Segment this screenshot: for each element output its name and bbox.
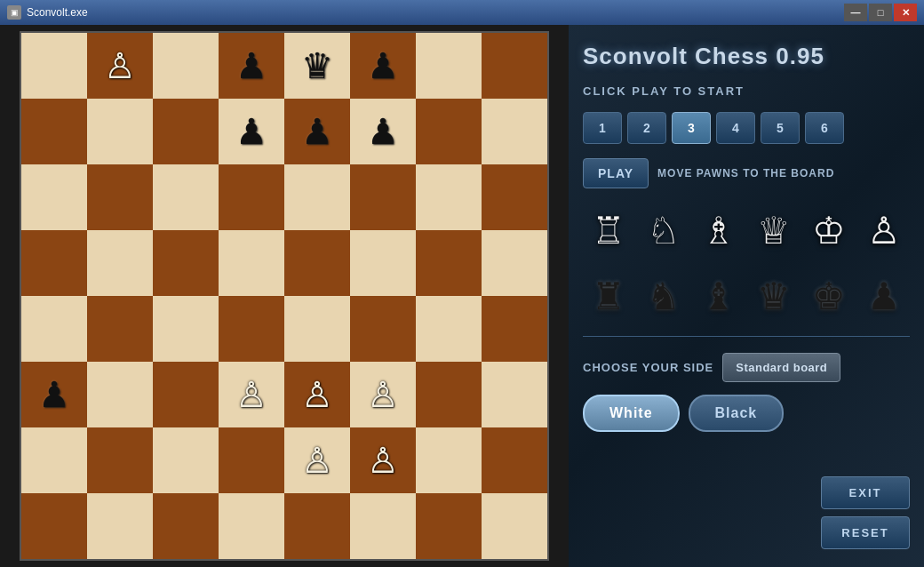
cell-1-2[interactable] (153, 99, 219, 164)
cell-4-3[interactable] (219, 296, 284, 362)
standard-board-button[interactable]: Standard board (722, 353, 840, 382)
titlebar-title: Sconvolt.exe (27, 6, 88, 19)
cell-0-0[interactable] (21, 33, 87, 99)
black-queen-icon[interactable]: ♛ (748, 270, 800, 322)
cell-5-5[interactable]: ♙ (350, 362, 416, 427)
cell-6-1[interactable] (87, 427, 153, 493)
cell-0-7[interactable] (482, 33, 547, 99)
board-container: ♙♟♛♟♟♟♟♟♙♙♙♙♙ (0, 25, 569, 567)
cell-7-3[interactable] (219, 493, 284, 559)
cell-3-0[interactable] (21, 230, 87, 296)
difficulty-btn-5[interactable]: 5 (761, 112, 800, 144)
black-king-icon[interactable]: ♚ (803, 270, 855, 322)
cell-7-4[interactable] (284, 493, 350, 559)
cell-6-5[interactable]: ♙ (350, 427, 416, 493)
move-pawns-label: MOVE PAWNS TO THE BOARD (657, 167, 834, 180)
cell-5-2[interactable] (153, 362, 219, 427)
white-queen-icon[interactable]: ♕ (748, 204, 800, 256)
cell-5-0[interactable]: ♟ (21, 362, 87, 427)
cell-7-7[interactable] (482, 493, 547, 559)
black-bishop-icon[interactable]: ♝ (693, 270, 745, 322)
cell-7-5[interactable] (350, 493, 416, 559)
cell-3-1[interactable] (87, 230, 153, 296)
white-knight-icon[interactable]: ♘ (638, 204, 689, 256)
cell-2-7[interactable] (482, 164, 547, 230)
cell-4-5[interactable] (350, 296, 416, 362)
black-pawn-icon[interactable]: ♟ (858, 270, 910, 322)
difficulty-btn-6[interactable]: 6 (805, 112, 844, 144)
minimize-button[interactable]: — (844, 4, 867, 21)
cell-2-0[interactable] (21, 164, 87, 230)
cell-5-6[interactable] (416, 362, 482, 427)
difficulty-btn-1[interactable]: 1 (583, 112, 622, 144)
difficulty-btn-3[interactable]: 3 (672, 112, 711, 144)
cell-2-5[interactable] (350, 164, 416, 230)
cell-0-4[interactable]: ♛ (284, 33, 350, 99)
chess-board[interactable]: ♙♟♛♟♟♟♟♟♙♙♙♙♙ (20, 31, 549, 561)
black-pieces-row: ♜ ♞ ♝ ♛ ♚ ♟ (583, 270, 910, 322)
cell-3-7[interactable] (482, 230, 547, 296)
cell-6-7[interactable] (482, 427, 547, 493)
cell-3-3[interactable] (219, 230, 284, 296)
cell-4-1[interactable] (87, 296, 153, 362)
cell-6-0[interactable] (21, 427, 87, 493)
cell-1-5[interactable]: ♟ (350, 99, 416, 164)
cell-6-2[interactable] (153, 427, 219, 493)
cell-7-0[interactable] (21, 493, 87, 559)
cell-6-6[interactable] (416, 427, 482, 493)
black-side-button[interactable]: Black (689, 395, 785, 432)
cell-0-5[interactable]: ♟ (350, 33, 416, 99)
white-rook-icon[interactable]: ♖ (583, 204, 634, 256)
cell-6-4[interactable]: ♙ (284, 427, 350, 493)
white-pawn-icon[interactable]: ♙ (858, 204, 910, 256)
titlebar: ▣ Sconvolt.exe — □ ✕ (0, 0, 924, 25)
reset-button[interactable]: RESET (821, 516, 910, 549)
exit-button[interactable]: EXIT (821, 476, 910, 509)
right-panel: Sconvolt Chess 0.95 CLICK PLAY TO START … (569, 25, 924, 567)
cell-7-1[interactable] (87, 493, 153, 559)
play-button[interactable]: PLAY (583, 158, 649, 188)
difficulty-btn-2[interactable]: 2 (627, 112, 666, 144)
white-bishop-icon[interactable]: ♗ (693, 204, 745, 256)
cell-3-2[interactable] (153, 230, 219, 296)
cell-4-7[interactable] (482, 296, 547, 362)
cell-5-1[interactable] (87, 362, 153, 427)
cell-2-2[interactable] (153, 164, 219, 230)
cell-5-7[interactable] (482, 362, 547, 427)
cell-6-3[interactable] (219, 427, 284, 493)
cell-3-4[interactable] (284, 230, 350, 296)
cell-2-3[interactable] (219, 164, 284, 230)
side-buttons-row: White Black (583, 395, 910, 432)
cell-5-3[interactable]: ♙ (219, 362, 284, 427)
cell-4-6[interactable] (416, 296, 482, 362)
cell-1-4[interactable]: ♟ (284, 99, 350, 164)
cell-7-2[interactable] (153, 493, 219, 559)
cell-0-2[interactable] (153, 33, 219, 99)
cell-4-2[interactable] (153, 296, 219, 362)
cell-2-4[interactable] (284, 164, 350, 230)
white-king-icon[interactable]: ♔ (803, 204, 855, 256)
close-button[interactable]: ✕ (894, 4, 917, 21)
cell-1-6[interactable] (416, 99, 482, 164)
difficulty-btn-4[interactable]: 4 (716, 112, 755, 144)
cell-1-1[interactable] (87, 99, 153, 164)
titlebar-left: ▣ Sconvolt.exe (7, 5, 88, 20)
black-knight-icon[interactable]: ♞ (638, 270, 689, 322)
cell-0-6[interactable] (416, 33, 482, 99)
cell-1-3[interactable]: ♟ (219, 99, 284, 164)
cell-7-6[interactable] (416, 493, 482, 559)
cell-0-3[interactable]: ♟ (219, 33, 284, 99)
cell-3-6[interactable] (416, 230, 482, 296)
cell-5-4[interactable]: ♙ (284, 362, 350, 427)
cell-1-0[interactable] (21, 99, 87, 164)
cell-0-1[interactable]: ♙ (87, 33, 153, 99)
cell-1-7[interactable] (482, 99, 547, 164)
black-rook-icon[interactable]: ♜ (583, 270, 634, 322)
cell-3-5[interactable] (350, 230, 416, 296)
cell-4-0[interactable] (21, 296, 87, 362)
cell-2-6[interactable] (416, 164, 482, 230)
cell-2-1[interactable] (87, 164, 153, 230)
cell-4-4[interactable] (284, 296, 350, 362)
maximize-button[interactable]: □ (869, 4, 892, 21)
white-side-button[interactable]: White (583, 395, 680, 432)
